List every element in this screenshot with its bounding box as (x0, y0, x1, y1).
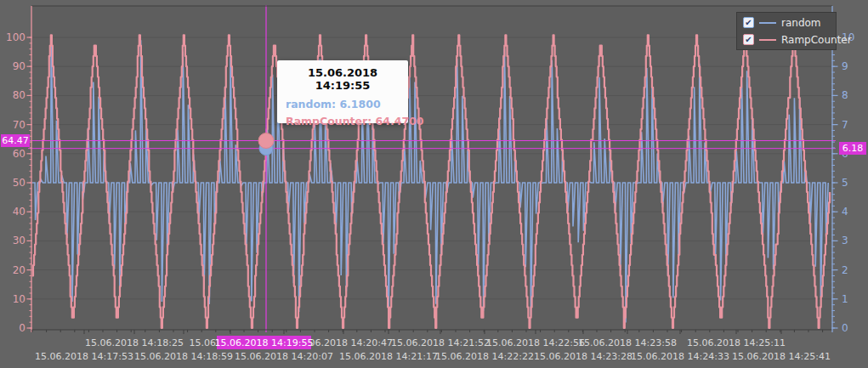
tooltip-rampcounter-value: RampCounter: 64.4700 (286, 115, 400, 127)
x-axis-label: 15.06.2018 14:24:33 (631, 351, 729, 362)
x-axis-label: 15.06.2018 14:23:28 (534, 351, 633, 362)
x-axis-label: 15.06.2018 14:22:22 (435, 351, 534, 362)
y-axis-right-label: 1 (842, 293, 848, 305)
y-axis-right-label: 7 (842, 119, 848, 131)
checkmark-icon: ✔ (745, 36, 752, 44)
y-axis-right-label: 4 (842, 206, 848, 218)
x-axis-label: 15.06.2018 14:25:41 (732, 351, 831, 362)
checkbox-random[interactable]: ✔ (743, 17, 754, 28)
x-axis-label: 15.06.2018 14:21:17 (339, 351, 438, 362)
cursor-marker-rampcounter (258, 133, 274, 149)
cursor-tooltip: 15.06.2018 14:19:55 random: 6.1800 RampC… (277, 60, 408, 123)
x-axis-label: 15.06.2018 14:17:53 (35, 351, 133, 362)
x-axis-label: 15.06.2018 14:21:52 (391, 337, 490, 348)
cursor-time-label: 15.06.2018 14:19:55 (217, 336, 311, 349)
y-axis-right-label: 9 (842, 60, 848, 72)
y-axis-left-label: 30 (13, 235, 26, 246)
y-axis-left-label: 70 (13, 119, 26, 131)
legend-item-rampcounter[interactable]: ✔ RampCounter (743, 32, 830, 47)
y-axis-right-label: 3 (842, 235, 848, 246)
tooltip-random-value: random: 6.1800 (286, 98, 400, 110)
y-axis-left-label: 10 (13, 293, 26, 305)
y-axis-left-label: 80 (13, 89, 26, 101)
tooltip-timestamp: 15.06.2018 14:19:55 (286, 66, 400, 92)
y-axis-left-label: 40 (13, 206, 26, 218)
y-axis-right-label: 2 (842, 264, 848, 276)
y-axis-left-label: 50 (13, 177, 26, 189)
x-axis-label-truncated: 15.06 (190, 337, 217, 348)
y-axis-right-label: 5 (842, 177, 848, 189)
checkbox-rampcounter[interactable]: ✔ (743, 34, 754, 45)
x-axis-label: 15.06.2018 14:22:56 (486, 337, 585, 348)
y-axis-left-label: 0 (19, 322, 26, 334)
trend-chart-panel: 010203040506070809010001234567891015.06.… (0, 0, 868, 368)
chart-canvas[interactable]: 010203040506070809010001234567891015.06.… (0, 0, 868, 368)
checkmark-icon: ✔ (745, 19, 752, 27)
x-axis-label: 15.06.2018 14:23:58 (578, 337, 677, 348)
y-axis-left-label: 20 (13, 264, 26, 276)
y-axis-left-label: 90 (13, 60, 26, 72)
y-axis-right-label: 8 (842, 89, 848, 101)
y-axis-left-label: 60 (13, 148, 26, 160)
cursor-value-left-axis: 64.47 (1, 134, 30, 147)
x-axis-label: 15.06.2018 14:18:59 (134, 351, 233, 362)
cursor-value-right-axis: 6.18 (839, 142, 866, 155)
y-axis-right-label: 0 (842, 322, 848, 334)
legend-line-sample-rampcounter (759, 39, 776, 41)
y-axis-left-label: 100 (6, 31, 26, 43)
legend-label-random: random (781, 17, 821, 29)
legend-label-rampcounter: RampCounter (781, 34, 852, 46)
x-axis-label: 15.06.2018 14:18:25 (85, 337, 184, 348)
legend-line-sample-random (759, 22, 776, 24)
legend-item-random[interactable]: ✔ random (743, 15, 830, 30)
x-axis-label: 15.06.2018 14:25:11 (687, 337, 786, 348)
x-axis-label: 15.06.2018 14:20:07 (235, 351, 333, 362)
legend: ✔ random ✔ RampCounter (736, 12, 837, 50)
